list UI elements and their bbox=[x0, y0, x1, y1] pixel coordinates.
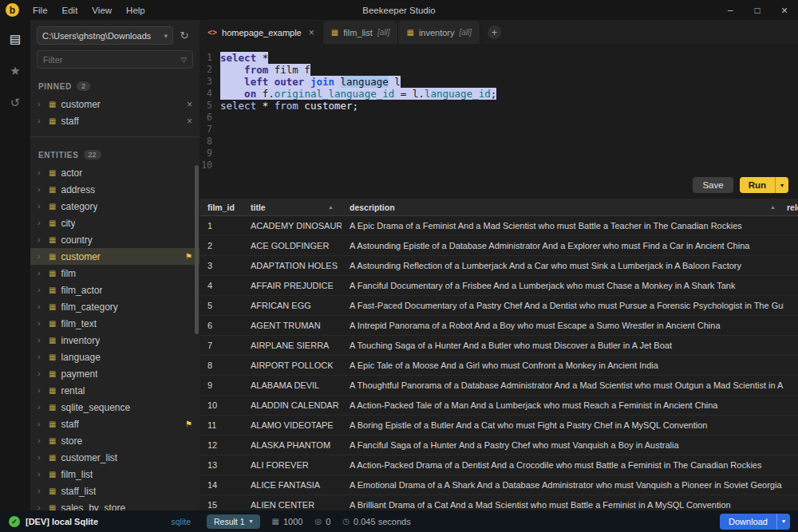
entity-item-payment[interactable]: ›▦payment bbox=[30, 365, 200, 382]
run-options-caret-icon[interactable]: ▾ bbox=[775, 177, 788, 193]
chevron-right-icon[interactable]: › bbox=[38, 453, 44, 462]
entity-item-language[interactable]: ›▦language bbox=[30, 349, 200, 365]
sql-editor[interactable]: 1select *2 from film f3 left outer join … bbox=[200, 44, 798, 199]
column-header-title[interactable]: title▲ bbox=[243, 203, 342, 212]
chevron-right-icon[interactable]: › bbox=[38, 252, 44, 261]
menu-edit[interactable]: Edit bbox=[55, 6, 85, 15]
table-row[interactable]: 4AFFAIR PREJUDICEA Fanciful Documentary … bbox=[200, 276, 798, 296]
download-options-caret-icon[interactable]: ▾ bbox=[776, 514, 790, 530]
entity-item-inventory[interactable]: ›▦inventory bbox=[30, 332, 200, 349]
table-row[interactable]: 11ALAMO VIDEOTAPEA Boring Epistle of a B… bbox=[200, 416, 798, 435]
line-code[interactable]: left outer join language l bbox=[220, 76, 401, 88]
sidebar-scrollbar[interactable] bbox=[195, 165, 199, 334]
line-code[interactable]: select * bbox=[220, 52, 268, 64]
menu-file[interactable]: File bbox=[26, 6, 55, 15]
table-row[interactable]: 1ACADEMY DINOSAURA Epic Drama of a Femin… bbox=[200, 216, 798, 236]
column-header-description[interactable]: description▲ bbox=[342, 203, 784, 212]
new-tab-button[interactable]: + bbox=[488, 26, 501, 39]
entity-item-sales_by_store[interactable]: ›▦sales_by_store bbox=[30, 499, 200, 510]
maximize-button[interactable]: □ bbox=[744, 0, 771, 20]
filter-input[interactable] bbox=[43, 55, 181, 65]
chevron-right-icon[interactable]: › bbox=[38, 386, 44, 395]
unpin-icon[interactable]: × bbox=[187, 116, 192, 127]
table-row[interactable]: 9ALABAMA DEVILA Thoughtful Panorama of a… bbox=[200, 376, 798, 396]
connection-select[interactable]: C:\Users\ghstng\Downloads ▾ bbox=[37, 26, 173, 45]
chevron-right-icon[interactable]: › bbox=[38, 403, 44, 412]
table-row[interactable]: 15ALIEN CENTERA Brilliant Drama of a Cat… bbox=[200, 495, 798, 510]
funnel-icon[interactable]: ▽ bbox=[181, 56, 187, 64]
tab-homepage_example[interactable]: <>homepage_example× bbox=[200, 21, 323, 44]
chevron-right-icon[interactable]: › bbox=[38, 235, 44, 244]
chevron-right-icon[interactable]: › bbox=[38, 369, 44, 378]
table-row[interactable]: 14ALICE FANTASIAA Emotional Drama of a A… bbox=[200, 475, 798, 495]
line-code[interactable]: select * from customer; bbox=[220, 100, 358, 112]
line-code[interactable]: on f.original_language_id = l.language_i… bbox=[220, 88, 496, 100]
entity-item-film_actor[interactable]: ›▦film_actor bbox=[30, 282, 200, 298]
entity-item-film[interactable]: ›▦film bbox=[30, 265, 200, 282]
chevron-right-icon[interactable]: › bbox=[38, 116, 44, 125]
close-tab-icon[interactable]: × bbox=[309, 27, 314, 38]
chevron-right-icon[interactable]: › bbox=[38, 269, 44, 278]
chevron-right-icon[interactable]: › bbox=[38, 319, 44, 328]
save-button[interactable]: Save bbox=[693, 177, 733, 193]
table-row[interactable]: 5AFRICAN EGGA Fast-Paced Documentary of … bbox=[200, 296, 798, 316]
entity-item-film_list[interactable]: ›▦film_list bbox=[30, 466, 200, 483]
pin-icon[interactable]: ⚑ bbox=[185, 420, 192, 428]
chevron-right-icon[interactable]: › bbox=[38, 202, 44, 211]
entity-item-category[interactable]: ›▦category bbox=[30, 198, 200, 215]
chevron-right-icon[interactable]: › bbox=[38, 219, 44, 227]
chevron-right-icon[interactable]: › bbox=[38, 436, 44, 445]
entity-item-rental[interactable]: ›▦rental bbox=[30, 382, 200, 399]
entity-item-staff_list[interactable]: ›▦staff_list bbox=[30, 483, 200, 499]
entity-item-customer[interactable]: ›▦customer⚑ bbox=[30, 248, 200, 265]
unpin-icon[interactable]: × bbox=[187, 99, 192, 110]
table-row[interactable]: 10ALADDIN CALENDARA Action-Packed Tale o… bbox=[200, 396, 798, 416]
minimize-button[interactable]: – bbox=[717, 0, 744, 20]
table-row[interactable]: 2ACE GOLDFINGERA Astounding Epistle of a… bbox=[200, 236, 798, 256]
pinned-item-staff[interactable]: ›▦staff× bbox=[30, 112, 200, 129]
connections-icon[interactable]: ▤ bbox=[6, 30, 25, 49]
result-selector[interactable]: Result 1 ▾ bbox=[207, 514, 260, 529]
chevron-right-icon[interactable]: › bbox=[38, 286, 44, 294]
table-row[interactable]: 7AIRPLANE SIERRAA Touching Saga of a Hun… bbox=[200, 336, 798, 356]
column-header-film_id[interactable]: film_id bbox=[200, 203, 243, 212]
download-label[interactable]: Download bbox=[720, 514, 776, 530]
chevron-right-icon[interactable]: › bbox=[38, 185, 44, 194]
chevron-right-icon[interactable]: › bbox=[38, 470, 44, 479]
entity-item-store[interactable]: ›▦store bbox=[30, 432, 200, 449]
download-button[interactable]: Download ▾ bbox=[720, 514, 790, 530]
run-label[interactable]: Run bbox=[740, 177, 775, 193]
table-row[interactable]: 8AIRPORT POLLOCKA Epic Tale of a Moose A… bbox=[200, 356, 798, 376]
entity-item-city[interactable]: ›▦city bbox=[30, 215, 200, 231]
chevron-right-icon[interactable]: › bbox=[38, 302, 44, 311]
tab-film_list[interactable]: ▦film_list[all] bbox=[323, 21, 399, 44]
favorites-icon[interactable]: ★ bbox=[6, 61, 25, 81]
table-row[interactable]: 6AGENT TRUMANA Intrepid Panorama of a Ro… bbox=[200, 316, 798, 336]
menu-help[interactable]: Help bbox=[119, 6, 152, 15]
table-row[interactable]: 13ALI FOREVERA Action-Packed Drama of a … bbox=[200, 455, 798, 475]
entity-item-customer_list[interactable]: ›▦customer_list bbox=[30, 449, 200, 466]
chevron-right-icon[interactable]: › bbox=[38, 487, 44, 495]
line-code[interactable]: from film f bbox=[220, 64, 310, 76]
chevron-right-icon[interactable]: › bbox=[38, 100, 44, 108]
entity-item-country[interactable]: ›▦country bbox=[30, 231, 200, 248]
pinned-item-customer[interactable]: ›▦customer× bbox=[30, 96, 200, 112]
entity-item-actor[interactable]: ›▦actor bbox=[30, 164, 200, 181]
refresh-button[interactable]: ↻ bbox=[176, 26, 193, 45]
chevron-right-icon[interactable]: › bbox=[38, 420, 44, 428]
table-row[interactable]: 12ALASKA PHANTOMA Fanciful Saga of a Hun… bbox=[200, 435, 798, 455]
entity-item-staff[interactable]: ›▦staff⚑ bbox=[30, 416, 200, 432]
close-button[interactable]: × bbox=[771, 0, 798, 20]
table-row[interactable]: 3ADAPTATION HOLESA Astounding Reflection… bbox=[200, 256, 798, 276]
history-icon[interactable]: ↺ bbox=[6, 93, 25, 112]
chevron-right-icon[interactable]: › bbox=[38, 503, 44, 510]
tab-inventory[interactable]: ▦inventory[all] bbox=[398, 21, 480, 44]
column-header-clipped[interactable]: release_year bbox=[784, 203, 798, 212]
run-button[interactable]: Run ▾ bbox=[740, 177, 788, 193]
entity-item-sqlite_sequence[interactable]: ›▦sqlite_sequence bbox=[30, 399, 200, 416]
entity-item-film_category[interactable]: ›▦film_category bbox=[30, 298, 200, 315]
chevron-right-icon[interactable]: › bbox=[38, 168, 44, 177]
chevron-right-icon[interactable]: › bbox=[38, 353, 44, 361]
chevron-right-icon[interactable]: › bbox=[38, 336, 44, 345]
entity-item-film_text[interactable]: ›▦film_text bbox=[30, 315, 200, 332]
